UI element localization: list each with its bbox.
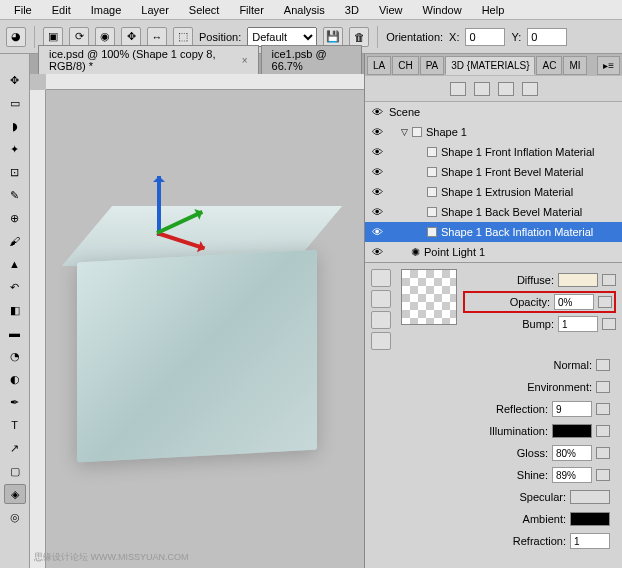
folder-icon[interactable]: [602, 318, 616, 330]
menu-filter[interactable]: Filter: [229, 1, 273, 19]
close-icon[interactable]: ×: [242, 55, 248, 66]
illumination-swatch[interactable]: [552, 424, 592, 438]
path-tool-icon[interactable]: ↗: [4, 438, 26, 458]
menu-layer[interactable]: Layer: [131, 1, 179, 19]
reflection-input[interactable]: [552, 401, 592, 417]
3d-object[interactable]: [57, 196, 337, 476]
menu-view[interactable]: View: [369, 1, 413, 19]
panel-tab-mini[interactable]: MI: [563, 56, 586, 75]
panel-tab-actions[interactable]: AC: [536, 56, 562, 75]
filter-mesh-icon[interactable]: [474, 82, 490, 96]
menu-edit[interactable]: Edit: [42, 1, 81, 19]
folder-icon[interactable]: [602, 274, 616, 286]
gloss-input[interactable]: [552, 445, 592, 461]
doc-tab[interactable]: ice1.psb @ 66.7%: [261, 45, 362, 74]
filter-light-icon[interactable]: [522, 82, 538, 96]
visibility-icon[interactable]: 👁: [369, 106, 385, 118]
pan-icon[interactable]: ✥: [121, 27, 141, 47]
lasso-tool-icon[interactable]: ◗: [4, 116, 26, 136]
ambient-swatch[interactable]: [570, 512, 610, 526]
material-preview[interactable]: [401, 269, 457, 325]
folder-icon[interactable]: [596, 447, 610, 459]
menu-help[interactable]: Help: [472, 1, 515, 19]
brush-tool-icon[interactable]: 🖌: [4, 231, 26, 251]
heal-tool-icon[interactable]: ⊕: [4, 208, 26, 228]
3d-object-tool-icon[interactable]: ◈: [4, 484, 26, 504]
roll-icon[interactable]: ◉: [95, 27, 115, 47]
wand-tool-icon[interactable]: ✦: [4, 139, 26, 159]
slide-icon[interactable]: ↔: [147, 27, 167, 47]
menu-image[interactable]: Image: [81, 1, 132, 19]
y-axis-icon[interactable]: [157, 176, 161, 236]
visibility-icon[interactable]: 👁: [369, 226, 385, 238]
scene-row-light[interactable]: 👁✺Point Light 1: [365, 242, 622, 262]
scene-row-material[interactable]: 👁Shape 1 Back Bevel Material: [365, 202, 622, 222]
folder-icon[interactable]: [596, 359, 610, 371]
material-dropper-icon[interactable]: [371, 290, 391, 308]
material-sphere-icon[interactable]: [371, 269, 391, 287]
expand-icon[interactable]: ▽: [401, 127, 408, 137]
scene-row-material[interactable]: 👁Shape 1 Front Inflation Material: [365, 142, 622, 162]
visibility-icon[interactable]: 👁: [369, 126, 385, 138]
menu-analysis[interactable]: Analysis: [274, 1, 335, 19]
visibility-icon[interactable]: 👁: [369, 146, 385, 158]
marquee-tool-icon[interactable]: ▭: [4, 93, 26, 113]
tool-preset-icon[interactable]: ◕: [6, 27, 26, 47]
filter-scene-icon[interactable]: [450, 82, 466, 96]
crop-tool-icon[interactable]: ⊡: [4, 162, 26, 182]
scene-row-material[interactable]: 👁Shape 1 Front Bevel Material: [365, 162, 622, 182]
visibility-icon[interactable]: 👁: [369, 206, 385, 218]
shine-input[interactable]: [552, 467, 592, 483]
canvas[interactable]: 思缘设计论坛 WWW.MISSYUAN.COM: [30, 74, 364, 568]
gradient-tool-icon[interactable]: ▬: [4, 323, 26, 343]
folder-icon[interactable]: [596, 469, 610, 481]
visibility-icon[interactable]: 👁: [369, 246, 385, 258]
shape-tool-icon[interactable]: ▢: [4, 461, 26, 481]
position-select[interactable]: Default: [247, 27, 317, 47]
move-tool-icon[interactable]: ✥: [4, 70, 26, 90]
diffuse-swatch[interactable]: [558, 273, 598, 287]
folder-icon[interactable]: [596, 403, 610, 415]
scene-row-material[interactable]: 👁Shape 1 Extrusion Material: [365, 182, 622, 202]
pen-tool-icon[interactable]: ✒: [4, 392, 26, 412]
scene-row-root[interactable]: 👁Scene: [365, 102, 622, 122]
stamp-tool-icon[interactable]: ▲: [4, 254, 26, 274]
scale-icon[interactable]: ⬚: [173, 27, 193, 47]
scene-row-material-selected[interactable]: 👁Shape 1 Back Inflation Material: [365, 222, 622, 242]
material-link-icon[interactable]: [371, 311, 391, 329]
visibility-icon[interactable]: 👁: [369, 186, 385, 198]
panel-tab-channels[interactable]: CH: [392, 56, 418, 75]
cube-icon[interactable]: ▣: [43, 27, 63, 47]
panel-menu-icon[interactable]: ▸≡: [597, 56, 620, 75]
menu-window[interactable]: Window: [413, 1, 472, 19]
panel-tab-paths[interactable]: PA: [420, 56, 445, 75]
3d-camera-tool-icon[interactable]: ◎: [4, 507, 26, 527]
save-icon[interactable]: 💾: [323, 27, 343, 47]
refraction-input[interactable]: [570, 533, 610, 549]
menu-file[interactable]: File: [4, 1, 42, 19]
folder-icon[interactable]: [596, 381, 610, 393]
visibility-icon[interactable]: 👁: [369, 166, 385, 178]
dodge-tool-icon[interactable]: ◐: [4, 369, 26, 389]
scene-row-shape[interactable]: 👁▽Shape 1: [365, 122, 622, 142]
y-input[interactable]: [527, 28, 567, 46]
material-bucket-icon[interactable]: [371, 332, 391, 350]
type-tool-icon[interactable]: T: [4, 415, 26, 435]
doc-tab-active[interactable]: ice.psd @ 100% (Shape 1 copy 8, RGB/8) *…: [38, 45, 259, 74]
filter-material-icon[interactable]: [498, 82, 514, 96]
panel-tab-layers[interactable]: LA: [367, 56, 391, 75]
delete-icon[interactable]: 🗑: [349, 27, 369, 47]
menu-select[interactable]: Select: [179, 1, 230, 19]
folder-icon[interactable]: [596, 425, 610, 437]
eraser-tool-icon[interactable]: ◧: [4, 300, 26, 320]
blur-tool-icon[interactable]: ◔: [4, 346, 26, 366]
x-input[interactable]: [465, 28, 505, 46]
menu-3d[interactable]: 3D: [335, 1, 369, 19]
folder-icon[interactable]: [598, 296, 612, 308]
panel-tab-3d[interactable]: 3D {MATERIALS}: [445, 56, 535, 75]
history-brush-icon[interactable]: ↶: [4, 277, 26, 297]
opacity-input[interactable]: [554, 294, 594, 310]
eyedropper-tool-icon[interactable]: ✎: [4, 185, 26, 205]
rotate-icon[interactable]: ⟳: [69, 27, 89, 47]
specular-swatch[interactable]: [570, 490, 610, 504]
